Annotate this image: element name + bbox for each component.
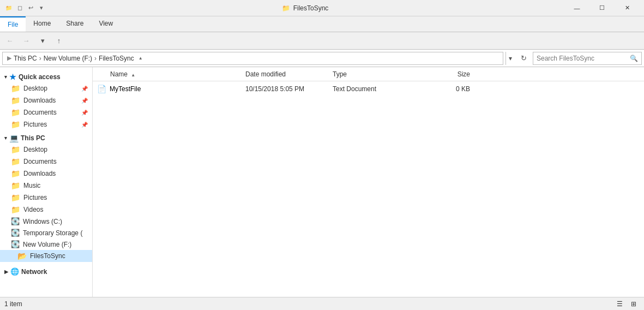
col-header-size[interactable]: Size (420, 70, 474, 78)
tab-file[interactable]: File (0, 16, 26, 32)
folder-icon: 📁 (11, 169, 20, 178)
folder-icon: 📁 (11, 205, 20, 214)
folder-icon: 📁 (11, 84, 20, 93)
file-date-cell: 10/15/2018 5:05 PM (245, 85, 333, 93)
folder-icon: 📁 (11, 96, 20, 105)
sidebar-item-windows-c[interactable]: 💽 Windows (C:) (0, 216, 92, 227)
title-bar-icons: 📁 ◻ ↩ ▾ (4, 4, 46, 13)
pin-icon: 📌 (81, 110, 88, 116)
toolbar: ← → ▾ ↑ (0, 32, 644, 50)
tab-view[interactable]: View (91, 16, 121, 32)
window-title: 📁 FilesToSync (46, 4, 564, 12)
sidebar-item-music[interactable]: 📁 Music (0, 180, 92, 192)
file-icon: 📄 (97, 85, 106, 93)
sidebar-quick-access[interactable]: ▾ ★ Quick access (0, 69, 92, 82)
close-button[interactable]: ✕ (615, 0, 640, 16)
pin-icon: 📌 (81, 86, 88, 92)
folder-icon: 📁 (11, 157, 20, 166)
sidebar-item-videos[interactable]: 📁 Videos (0, 204, 92, 216)
sidebar-item-documents-pc[interactable]: 📁 Documents (0, 156, 92, 168)
folder-icon: 📁 (11, 193, 20, 202)
address-dropdown-button[interactable]: ▾ (505, 52, 514, 65)
quick-access-icon: ◻ (15, 4, 24, 13)
list-view-button[interactable]: ☰ (613, 299, 625, 309)
sidebar-item-downloads-qa[interactable]: 📁 Downloads 📌 (0, 94, 92, 106)
status-bar: 1 item ☰ ⊞ (0, 297, 644, 310)
folder-open-icon: 📂 (17, 252, 27, 260)
breadcrumb-current[interactable]: FilesToSync (99, 55, 134, 62)
file-list: 📄 MyTestFile 10/15/2018 5:05 PM Text Doc… (93, 81, 644, 297)
sidebar-item-filestosync[interactable]: 📂 FilesToSync (0, 250, 92, 262)
view-controls: ☰ ⊞ (613, 299, 640, 309)
table-row[interactable]: 📄 MyTestFile 10/15/2018 5:05 PM Text Doc… (93, 81, 644, 97)
forward-button[interactable]: → (19, 34, 34, 48)
search-input[interactable] (537, 55, 628, 62)
col-header-type[interactable]: Type (333, 70, 420, 78)
search-icon: 🔍 (630, 55, 638, 62)
breadcrumb-volume[interactable]: New Volume (F:) (44, 55, 92, 62)
folder-icon: 📁 (11, 120, 20, 129)
computer-icon: 💻 (9, 134, 19, 142)
sidebar-item-desktop-qa[interactable]: 📁 Desktop 📌 (0, 82, 92, 94)
minimize-button[interactable]: — (564, 0, 589, 16)
network-expand-icon: ▶ (4, 269, 8, 275)
ribbon-tabs: File Home Share View (0, 16, 644, 32)
undo-icon: ↩ (26, 4, 35, 13)
col-header-name[interactable]: Name ▲ (93, 70, 245, 78)
column-header: Name ▲ Date modified Type Size (93, 67, 644, 81)
sidebar-item-new-volume[interactable]: 💽 New Volume (F:) (0, 239, 92, 250)
file-name-cell: 📄 MyTestFile (93, 85, 245, 93)
sidebar-item-downloads-pc[interactable]: 📁 Downloads (0, 168, 92, 180)
sort-arrow-name: ▲ (131, 73, 135, 78)
sidebar: ▾ ★ Quick access 📁 Desktop 📌 📁 Downloads… (0, 67, 93, 297)
file-size-cell: 0 KB (420, 85, 474, 93)
search-box: 🔍 (533, 52, 642, 65)
file-type-cell: Text Document (333, 85, 420, 93)
sidebar-this-pc[interactable]: ▾ 💻 This PC (0, 130, 92, 144)
file-area: Name ▲ Date modified Type Size 📄 MyTestF… (93, 67, 644, 297)
address-path[interactable]: ▶ This PC › New Volume (F:) › FilesToSyn… (2, 52, 503, 65)
network-icon: 🌐 (10, 267, 19, 276)
col-header-date[interactable]: Date modified (245, 70, 333, 78)
folder-icon: 📁 (11, 181, 20, 190)
customize-icon: ▾ (37, 4, 46, 13)
sidebar-item-temp-storage[interactable]: 💽 Temporary Storage ( (0, 227, 92, 239)
sidebar-item-documents-qa[interactable]: 📁 Documents 📌 (0, 106, 92, 118)
pin-icon: 📌 (81, 122, 88, 128)
recent-locations-button[interactable]: ▾ (35, 34, 50, 48)
maximize-button[interactable]: ☐ (589, 0, 615, 16)
title-bar: 📁 ◻ ↩ ▾ 📁 FilesToSync — ☐ ✕ (0, 0, 644, 16)
window-controls: — ☐ ✕ (564, 0, 640, 16)
details-view-button[interactable]: ⊞ (628, 299, 640, 309)
tab-share[interactable]: Share (58, 16, 91, 32)
main-area: ▾ ★ Quick access 📁 Desktop 📌 📁 Downloads… (0, 67, 644, 297)
drive-icon: 💽 (11, 229, 20, 237)
quick-access-star-icon: ★ (9, 73, 16, 81)
sidebar-network[interactable]: ▶ 🌐 Network (0, 264, 92, 277)
up-button[interactable]: ↑ (51, 34, 67, 48)
back-button[interactable]: ← (2, 34, 17, 48)
address-bar: ▶ This PC › New Volume (F:) › FilesToSyn… (0, 50, 644, 67)
app-icon: 📁 (4, 4, 13, 13)
sidebar-item-desktop-pc[interactable]: 📁 Desktop (0, 144, 92, 156)
pin-icon: 📌 (81, 98, 88, 104)
this-pc-expand-icon: ▾ (4, 135, 7, 141)
folder-icon: 📁 (11, 108, 20, 117)
drive-icon: 💽 (11, 240, 20, 248)
ribbon: File Home Share View (0, 16, 644, 32)
breadcrumb-thispc[interactable]: This PC (14, 55, 37, 62)
drive-icon: 💽 (11, 217, 20, 225)
tab-home[interactable]: Home (26, 16, 58, 32)
refresh-button[interactable]: ↻ (516, 52, 531, 65)
sidebar-item-pictures-qa[interactable]: 📁 Pictures 📌 (0, 118, 92, 130)
item-count: 1 item (4, 300, 22, 308)
quick-access-expand-icon: ▾ (4, 74, 7, 80)
sidebar-item-pictures-pc[interactable]: 📁 Pictures (0, 192, 92, 204)
folder-icon: 📁 (11, 145, 20, 154)
